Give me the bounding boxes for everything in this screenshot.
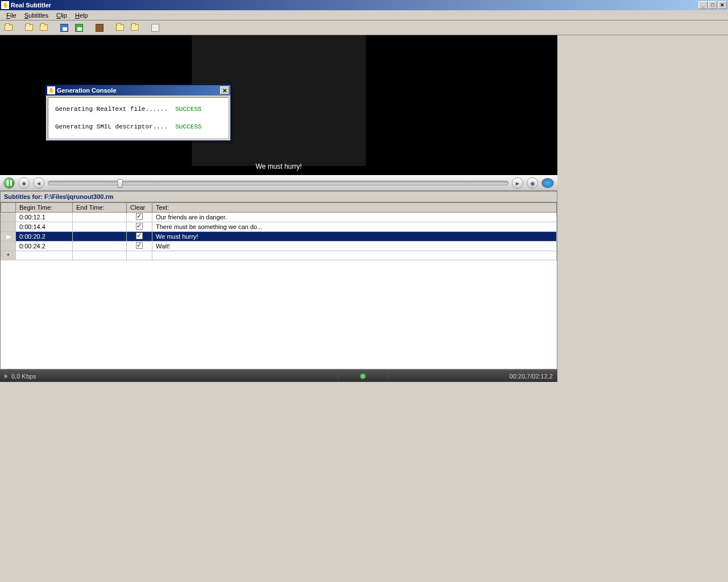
subtitle-panel: Subtitles for: F:\Files\jqrunout300.rm B… [0, 191, 557, 369]
col-end-time[interactable]: End Time: [73, 203, 127, 213]
cell-clear[interactable] [127, 222, 152, 232]
prev-button[interactable]: ◄ [33, 177, 44, 189]
menu-bar: File Subtitles Clip Help [0, 10, 728, 20]
new-row-indicator: * [1, 251, 16, 260]
view-button[interactable] [541, 178, 554, 188]
cell-clear[interactable] [127, 242, 152, 251]
status-time: 00:20,7/02:12,2 [388, 373, 557, 380]
volume-button[interactable]: ◉ [527, 177, 538, 189]
col-begin-time[interactable]: Begin Time: [16, 203, 73, 213]
cell-end-time[interactable] [73, 213, 127, 222]
dialog-title: Generation Console [57, 87, 220, 94]
toolbar-folder4-icon[interactable] [114, 22, 126, 34]
subtitle-overlay: We must hurry! [0, 163, 557, 171]
subtitle-file-header: Subtitles for: F:\Files\jqrunout300.rm [0, 191, 557, 202]
dialog-icon: ✋ [47, 86, 55, 94]
window-title: Real Subtitler [11, 2, 698, 9]
clear-checkbox[interactable] [136, 213, 143, 220]
menu-clip[interactable]: Clip [52, 11, 71, 20]
new-row[interactable]: * [1, 251, 557, 260]
toolbar-generate-icon[interactable] [93, 22, 106, 34]
cell-text[interactable]: Wait! [152, 242, 557, 251]
cell-clear[interactable] [127, 232, 152, 242]
minimize-button[interactable]: _ [698, 1, 708, 9]
cell-end-time[interactable] [73, 232, 127, 242]
toolbar-open-icon[interactable] [2, 22, 15, 34]
toolbar [0, 20, 728, 35]
cell-text[interactable]: We must hurry! [152, 232, 557, 242]
subtitle-table[interactable]: Begin Time: End Time: Clear Text: 0:00:1… [1, 202, 557, 260]
menu-file[interactable]: File [2, 11, 20, 20]
row-indicator [1, 242, 16, 251]
status-play-icon [5, 374, 8, 379]
cell-text[interactable]: There must be something we can do... [152, 222, 557, 232]
clear-checkbox[interactable] [136, 232, 143, 239]
menu-subtitles[interactable]: Subtitles [20, 11, 52, 20]
toolbar-open3-icon[interactable] [38, 22, 50, 34]
row-indicator [1, 222, 16, 232]
menu-help[interactable]: Help [71, 11, 92, 20]
cell-end-time[interactable] [73, 222, 127, 232]
window-titlebar: ✋ Real Subtitler _ □ ✕ [0, 0, 728, 10]
toolbar-save-green-icon[interactable] [73, 22, 85, 34]
maximize-button[interactable]: □ [708, 1, 717, 9]
table-row[interactable]: 0:00:24.2Wait! [1, 242, 557, 251]
col-text[interactable]: Text: [152, 203, 557, 213]
table-row[interactable]: 0:00:14.4There must be something we can … [1, 222, 557, 232]
next-button[interactable]: ► [512, 177, 523, 189]
table-row[interactable]: ▶0:00:20.2We must hurry! [1, 232, 557, 242]
app-icon: ✋ [1, 1, 9, 9]
toolbar-folder5-icon[interactable] [129, 22, 141, 34]
dialog-body: Generating RealText file...... SUCCESS G… [48, 97, 229, 139]
pause-button[interactable] [3, 177, 15, 189]
table-row[interactable]: 0:00:12.1Our friends are in danger. [1, 213, 557, 222]
seek-bar[interactable] [48, 181, 508, 185]
cell-text[interactable]: Our friends are in danger. [152, 213, 557, 222]
clear-checkbox[interactable] [136, 242, 143, 249]
cell-clear[interactable] [127, 213, 152, 222]
cell-end-time[interactable] [73, 242, 127, 251]
toolbar-open2-icon[interactable] [23, 22, 35, 34]
col-clear[interactable]: Clear [127, 203, 152, 213]
toolbar-save-icon[interactable] [58, 22, 71, 34]
generation-console-dialog: ✋ Generation Console ✕ Generating RealTe… [46, 85, 231, 141]
status-kbps: 0,0 Kbps [11, 373, 36, 380]
dialog-titlebar[interactable]: ✋ Generation Console ✕ [46, 85, 230, 95]
cell-begin-time[interactable]: 0:00:20.2 [16, 232, 73, 242]
cell-begin-time[interactable]: 0:00:12.1 [16, 213, 73, 222]
close-button[interactable]: ✕ [718, 1, 727, 9]
row-indicator [1, 213, 16, 222]
col-indicator [1, 203, 16, 213]
toolbar-clip-icon[interactable] [149, 22, 162, 34]
row-indicator: ▶ [1, 232, 16, 242]
status-bar: 0,0 Kbps 00:20,7/02:12,2 [0, 369, 557, 382]
seek-thumb[interactable] [117, 179, 123, 188]
stop-button[interactable]: ■ [18, 177, 30, 189]
cell-begin-time[interactable]: 0:00:14.4 [16, 222, 73, 232]
clear-checkbox[interactable] [136, 223, 143, 230]
player-controls: ■ ◄ ► ◉ [0, 175, 557, 191]
cell-begin-time[interactable]: 0:00:24.2 [16, 242, 73, 251]
dialog-close-button[interactable]: ✕ [220, 86, 229, 94]
status-indicator [338, 374, 388, 379]
